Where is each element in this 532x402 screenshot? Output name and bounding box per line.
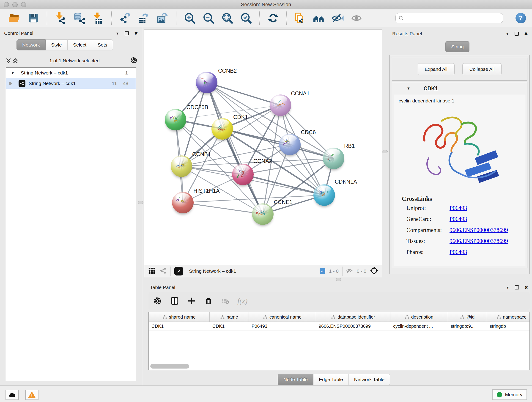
hide-selected-button[interactable] (331, 12, 344, 25)
zoom-out-button[interactable] (202, 12, 215, 25)
table-settings-gear-icon[interactable] (152, 296, 163, 306)
network-row[interactable]: String Network – cdk1 11 48 (6, 78, 136, 89)
refresh-view-button[interactable] (267, 12, 279, 25)
crosslink-link[interactable]: P06493 (450, 216, 467, 222)
network-edge-CCNB2-CCNE1[interactable] (207, 83, 263, 214)
import-network-from-database-button[interactable] (73, 12, 86, 25)
table-cell[interactable]: stringdb (487, 322, 530, 331)
network-node-HIST1H1A[interactable] (172, 192, 194, 213)
detach-view-button[interactable] (174, 267, 183, 275)
open-session-button[interactable] (8, 12, 21, 25)
float-panel-icon[interactable] (125, 31, 129, 35)
function-builder-button[interactable]: f(x) (237, 297, 247, 305)
tab-edge-table[interactable]: Edge Table (313, 374, 349, 385)
tab-string[interactable]: String (445, 41, 469, 52)
panel-menu-icon[interactable]: ▼ (506, 286, 509, 289)
tab-sets[interactable]: Sets (92, 39, 113, 51)
collapse-all-button[interactable]: Collapse All (462, 63, 502, 75)
show-all-button[interactable] (350, 12, 363, 25)
table-cell[interactable]: stringdb:9... (448, 322, 487, 331)
show-columns-icon[interactable] (170, 296, 180, 306)
network-options-gear-icon[interactable] (130, 57, 138, 65)
help-button[interactable]: ? (515, 13, 526, 23)
expand-all-button[interactable]: Expand All (418, 63, 455, 75)
close-panel-icon[interactable]: ✖ (525, 285, 528, 290)
crosslink-link[interactable]: 9606.ENSP00000378699 (450, 227, 508, 233)
table-cell[interactable]: 9606.ENSP00000378699 (316, 322, 390, 331)
column-header-namespace[interactable]: namespace (487, 313, 530, 322)
export-image-button[interactable] (156, 12, 169, 25)
column-header-shared-name[interactable]: shared name (149, 313, 210, 322)
network-node-CCNE1[interactable] (252, 203, 273, 225)
table-row[interactable]: CDK1CDK1P064939606.ENSP00000378699cyclin… (149, 322, 530, 331)
network-node-CDK1[interactable] (211, 118, 233, 140)
column-header-name[interactable]: name (210, 313, 249, 322)
network-edge-CCNB2-CCNA1[interactable] (207, 83, 280, 105)
tab-network-table[interactable]: Network Table (349, 374, 390, 385)
table-cell[interactable]: cyclin-dependent ... (390, 322, 448, 331)
table-cell[interactable]: P06493 (249, 322, 316, 331)
left-splitter-handle[interactable] (138, 201, 143, 204)
column-header-canonical-name[interactable]: canonical name (249, 313, 316, 322)
column-header-id[interactable]: @id (448, 313, 487, 322)
expand-all-networks-icon[interactable] (12, 57, 19, 64)
float-panel-icon[interactable] (515, 32, 519, 36)
network-collection-row[interactable]: ▼ String Network – cdk1 1 (6, 68, 136, 78)
column-header-description[interactable]: description (390, 313, 448, 322)
zoom-selected-button[interactable] (240, 12, 253, 25)
network-edge-CDK1-RB1[interactable] (222, 129, 334, 158)
close-panel-icon[interactable]: ✖ (524, 32, 528, 36)
collapse-all-networks-icon[interactable] (5, 57, 12, 64)
horizontal-splitter-handle[interactable] (336, 278, 341, 281)
tab-node-table[interactable]: Node Table (278, 374, 313, 385)
column-header-database-identifier[interactable]: database identifier (316, 313, 390, 322)
add-column-icon[interactable] (186, 296, 196, 306)
zoom-fit-button[interactable] (221, 12, 234, 25)
network-node-CDKN1A[interactable] (313, 184, 335, 206)
share-view-icon[interactable] (159, 267, 167, 275)
search-input[interactable] (406, 15, 500, 21)
section-header[interactable]: ▼ CDK1 (392, 82, 527, 95)
zoom-in-button[interactable] (183, 12, 196, 25)
network-node-CCNB1[interactable] (171, 155, 192, 177)
network-canvas[interactable]: CCNB2CCNA1CDC25BCDK1CDC6RB1CCNB1CCNA2CDK… (144, 30, 382, 265)
table-cell[interactable]: CDK1 (149, 322, 210, 331)
crosslink-link[interactable]: P06493 (450, 205, 467, 211)
network-edge-HIST1H1A-CCNE1[interactable] (183, 203, 263, 214)
crosslink-link[interactable]: 9606.ENSP00000378699 (450, 238, 508, 244)
crosslink-link[interactable]: P06493 (450, 249, 467, 255)
collection-expand-icon[interactable]: ▼ (11, 71, 14, 75)
tab-style[interactable]: Style (46, 39, 68, 51)
panel-menu-icon[interactable]: ▼ (116, 32, 119, 35)
first-neighbors-button[interactable] (312, 12, 325, 25)
panel-menu-icon[interactable]: ▼ (506, 32, 509, 36)
table-horizontal-scrollbar[interactable] (150, 364, 528, 369)
tab-select[interactable]: Select (68, 39, 92, 51)
float-panel-icon[interactable] (515, 285, 519, 289)
right-splitter-handle[interactable] (382, 150, 388, 153)
network-node-RB1[interactable] (323, 148, 344, 169)
delete-column-trash-icon[interactable] (203, 296, 214, 306)
export-network-button[interactable] (119, 12, 132, 25)
network-node-CDC6[interactable] (279, 134, 301, 155)
new-network-from-selection-button[interactable] (294, 12, 307, 25)
network-node-CCNA1[interactable] (270, 95, 291, 116)
cloud-status-button[interactable] (6, 390, 19, 400)
close-panel-icon[interactable]: ✖ (134, 31, 138, 36)
grid-view-icon[interactable] (148, 267, 156, 275)
network-node-CCNB2[interactable] (196, 72, 217, 93)
memory-button[interactable]: Memory (492, 389, 527, 400)
import-network-from-file-button[interactable] (54, 12, 67, 25)
scrollbar-thumb[interactable] (150, 364, 189, 369)
section-collapse-icon[interactable]: ▼ (407, 86, 410, 90)
selected-nodes-checkbox[interactable]: ✓ (320, 268, 325, 274)
table-cell[interactable]: CDK1 (210, 322, 249, 331)
network-node-CDC25B[interactable] (165, 109, 186, 130)
warnings-button[interactable] (25, 390, 38, 400)
export-table-button[interactable] (138, 12, 150, 25)
birdseye-navigator-icon[interactable] (370, 267, 378, 276)
save-session-button[interactable] (27, 12, 40, 25)
import-table-from-file-button[interactable] (92, 12, 104, 25)
tab-network[interactable]: Network (17, 39, 46, 51)
network-node-CCNA2[interactable] (232, 164, 254, 185)
